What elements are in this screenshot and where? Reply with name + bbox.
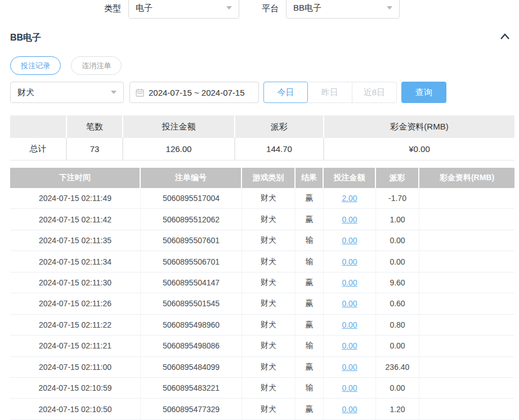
cell-bonus — [419, 188, 514, 208]
cell-bet-amount: 0.00 — [324, 399, 376, 419]
cell-game-type: 财犬 — [242, 188, 296, 208]
game-select[interactable]: 财犬 — [10, 82, 124, 103]
collapse-section-button[interactable] — [500, 33, 510, 41]
cell-bet-amount: 0.00 — [324, 315, 376, 335]
range-button-last8days[interactable]: 近8日 — [352, 82, 397, 103]
cell-bonus — [419, 357, 514, 377]
range-button-label: 昨日 — [321, 87, 338, 98]
range-button-today[interactable]: 今日 — [263, 82, 308, 103]
tab-label: 连消注单 — [82, 61, 111, 71]
cell-bet-time: 2024-07-15 02:11:00 — [10, 357, 141, 377]
bet-amount-link[interactable]: 0.00 — [342, 383, 357, 392]
records-header-bonus: 彩金资料(RMB) — [419, 168, 514, 188]
records-header-row: 下注时间 注单编号 游戏类别 结果 投注金额 派彩 彩金资料(RMB) — [10, 168, 514, 188]
bet-amount-link[interactable]: 0.00 — [342, 215, 357, 224]
chevron-down-icon — [226, 6, 232, 10]
tab-cancelled-orders[interactable]: 连消注单 — [71, 56, 122, 75]
cell-result: 赢 — [296, 315, 324, 335]
table-row: 2024-07-15 02:11:21 5060895498086 财犬 输 0… — [10, 336, 514, 356]
records-header-time: 下注时间 — [10, 168, 141, 188]
bet-amount-link[interactable]: 0.00 — [342, 363, 357, 372]
summary-header-count: 笔数 — [67, 115, 122, 138]
type-label: 类型 — [104, 0, 121, 19]
cell-payout: 236.40 — [376, 357, 419, 377]
cell-bonus — [419, 336, 514, 356]
cell-result: 赢 — [296, 272, 324, 293]
cell-order-id: 5060895507601 — [141, 230, 242, 251]
cell-order-id: 5060895517004 — [141, 188, 242, 208]
cell-game-type: 财犬 — [242, 209, 296, 229]
cell-bet-amount: 0.00 — [324, 378, 376, 398]
records-header-result: 结果 — [296, 168, 324, 188]
search-button[interactable]: 查询 — [401, 82, 446, 103]
cell-bonus — [419, 251, 514, 271]
bet-amount-link[interactable]: 0.00 — [342, 341, 357, 350]
cell-payout: 9.60 — [376, 272, 419, 293]
summary-total-bet-amount: 126.00 — [123, 138, 234, 160]
platform-select[interactable]: BB电子 — [286, 0, 400, 19]
cell-game-type: 财犬 — [242, 293, 296, 314]
cell-bet-amount: 0.00 — [324, 293, 376, 314]
cell-payout: 1.20 — [376, 399, 419, 419]
tab-bet-records[interactable]: 投注记录 — [10, 56, 61, 75]
summary-header-row: 笔数 投注金额 派彩 彩金资料(RMB) — [10, 115, 514, 138]
cell-game-type: 财犬 — [242, 251, 296, 271]
cell-result: 赢 — [296, 188, 324, 208]
tab-bar: 投注记录 连消注单 — [10, 56, 122, 75]
date-range-input[interactable]: 2024-07-15 ~ 2024-07-15 — [129, 82, 259, 103]
summary-header-payout: 派彩 — [235, 115, 323, 138]
records-header-bet: 投注金额 — [324, 168, 376, 188]
bet-amount-link[interactable]: 0.00 — [342, 236, 357, 245]
table-row: 2024-07-15 02:11:42 5060895512062 财犬 赢 0… — [10, 209, 514, 230]
cell-bet-amount: 0.00 — [324, 272, 376, 293]
calendar-icon — [136, 88, 144, 97]
search-button-label: 查询 — [415, 87, 432, 98]
range-button-yesterday[interactable]: 昨日 — [308, 82, 352, 103]
cell-bet-time: 2024-07-15 02:11:34 — [10, 251, 141, 271]
tab-label: 投注记录 — [21, 61, 50, 71]
cell-game-type: 财犬 — [242, 378, 296, 398]
cell-order-id: 5060895498086 — [141, 336, 242, 356]
cell-payout: 0.00 — [376, 378, 419, 398]
cell-bonus — [419, 399, 514, 419]
bet-amount-link[interactable]: 0.00 — [342, 405, 357, 414]
cell-result: 赢 — [296, 399, 324, 419]
records-header-payout: 派彩 — [376, 168, 419, 188]
summary-total-count: 73 — [67, 138, 122, 160]
type-select[interactable]: 电子 — [128, 0, 239, 19]
section-title: BB电子 — [10, 32, 41, 44]
cell-payout: 0.00 — [376, 230, 419, 251]
cell-order-id: 5060895477329 — [141, 399, 242, 419]
bet-amount-link[interactable]: 0.00 — [342, 299, 357, 308]
cell-bet-time: 2024-07-15 02:11:35 — [10, 230, 141, 251]
cell-payout: 0.00 — [376, 336, 419, 356]
cell-bet-amount: 0.00 — [324, 230, 376, 251]
chevron-down-icon — [111, 91, 117, 94]
cell-bet-time: 2024-07-15 02:10:59 — [10, 378, 141, 398]
cell-bet-time: 2024-07-15 02:11:30 — [10, 272, 141, 293]
cell-bonus — [419, 293, 514, 314]
cell-game-type: 财犬 — [242, 272, 296, 293]
records-header-order-id: 注单编号 — [141, 168, 242, 188]
cell-order-id: 5060895484099 — [141, 357, 242, 377]
bet-amount-link[interactable]: 0.00 — [342, 320, 357, 329]
cell-result: 输 — [296, 336, 324, 356]
platform-label: 平台 — [262, 0, 279, 19]
bet-amount-link[interactable]: 0.00 — [342, 257, 357, 266]
cell-result: 赢 — [296, 209, 324, 229]
cell-game-type: 财犬 — [242, 336, 296, 356]
cell-bet-time: 2024-07-15 02:11:49 — [10, 188, 141, 208]
cell-result: 输 — [296, 378, 324, 398]
cell-payout: 0.80 — [376, 315, 419, 335]
range-button-label: 今日 — [278, 87, 294, 98]
summary-total-bonus: ¥0.00 — [324, 138, 514, 160]
cell-payout: 0.60 — [376, 293, 419, 314]
cell-bonus — [419, 230, 514, 251]
bet-amount-link[interactable]: 0.00 — [342, 278, 357, 287]
cell-result: 输 — [296, 251, 324, 271]
bet-amount-link[interactable]: 2.00 — [342, 194, 357, 203]
table-row: 2024-07-15 02:11:30 5060895504147 财犬 赢 0… — [10, 272, 514, 293]
cell-order-id: 5060895512062 — [141, 209, 242, 229]
cell-order-id: 5060895504147 — [141, 272, 242, 293]
cell-result: 赢 — [296, 357, 324, 377]
